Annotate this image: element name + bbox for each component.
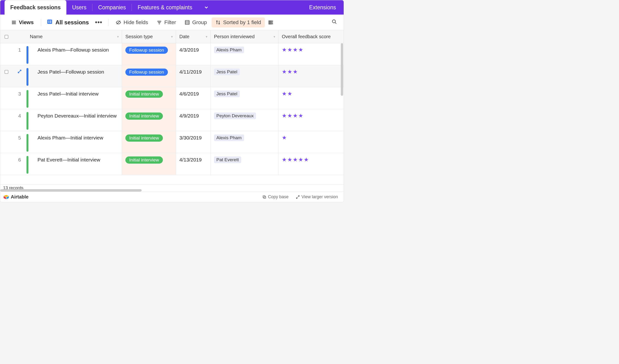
search-button[interactable] [330, 17, 339, 28]
cell-name[interactable]: Alexis Pham—Initial interview [30, 131, 122, 153]
row-number-cell: 4 [13, 109, 27, 131]
cell-person[interactable]: Pat Everett [211, 153, 279, 175]
tab-label: Companies [98, 4, 126, 11]
person-tag: Peyton Devereaux [214, 112, 256, 119]
expand-record-icon[interactable] [17, 69, 22, 75]
cell-session-type[interactable]: Followup session [122, 43, 176, 65]
row-checkbox-cell[interactable] [0, 131, 13, 153]
views-switcher-button[interactable]: Views [7, 17, 38, 28]
grid-view-icon [47, 19, 53, 26]
divider [41, 19, 41, 26]
table-tab[interactable]: Users [66, 0, 92, 14]
cell-name[interactable]: Jess Patel—Followup session [30, 65, 122, 87]
extensions-button[interactable]: Extensions [304, 0, 341, 14]
hide-fields-button[interactable]: Hide fields [112, 17, 152, 28]
filter-label: Filter [164, 19, 176, 26]
cell-name[interactable]: Peyton Devereaux—Initial interview [30, 109, 122, 131]
view-larger-button[interactable]: View larger version [293, 194, 340, 200]
table-row[interactable]: Jess Patel—Followup sessionFollowup sess… [0, 65, 344, 87]
sort-button[interactable]: Sorted by 1 field [211, 17, 265, 28]
svg-point-20 [332, 20, 336, 23]
cell-score[interactable]: ★★★ [279, 65, 338, 87]
filter-button[interactable]: Filter [153, 17, 180, 28]
cell-person[interactable]: Jess Patel [211, 87, 279, 109]
column-header-person[interactable]: Person interviewed ▼ [211, 30, 279, 43]
cell-session-type[interactable]: Initial interview [122, 153, 176, 175]
row-checkbox-cell[interactable] [0, 109, 13, 131]
table-row[interactable]: 6Pat Everett—Initial interviewInitial in… [0, 153, 344, 175]
svg-rect-7 [49, 22, 51, 22]
cell-session-type[interactable]: Initial interview [122, 109, 176, 131]
row-color-bar [27, 134, 28, 152]
row-color-bar-cell [27, 43, 30, 65]
table-tab[interactable]: Companies [92, 0, 132, 14]
airtable-logo[interactable]: Airtable [4, 194, 28, 200]
checkbox-icon [4, 35, 8, 39]
tab-label: Users [72, 4, 86, 11]
cell-date[interactable]: 4/9/2019 [176, 109, 211, 131]
cell-date[interactable]: 3/30/2019 [176, 131, 211, 153]
row-number: 6 [18, 157, 21, 163]
brand-name: Airtable [11, 194, 28, 200]
cell-person[interactable]: Jess Patel [211, 65, 279, 87]
cell-date[interactable]: 4/6/2019 [176, 87, 211, 109]
embed-footer: Airtable Copy base View larger version [0, 192, 344, 202]
table-tab[interactable]: Features & complaints [132, 0, 198, 14]
table-tab[interactable]: Feedback sessions [4, 0, 66, 14]
cell-person[interactable]: Alexis Pham [211, 131, 279, 153]
date-value: 4/3/2019 [179, 47, 199, 53]
row-height-button[interactable] [266, 18, 276, 27]
current-view-picker[interactable]: All sessions [44, 17, 91, 28]
cell-person[interactable]: Alexis Pham [211, 43, 279, 65]
vertical-scrollbar[interactable] [341, 43, 343, 96]
session-type-pill: Initial interview [125, 134, 163, 142]
row-checkbox-cell[interactable] [0, 43, 13, 65]
row-color-bar [27, 156, 28, 174]
view-larger-label: View larger version [301, 195, 338, 199]
views-label: Views [19, 19, 34, 26]
more-tables-dropdown[interactable] [198, 0, 215, 14]
view-more-menu[interactable]: ••• [92, 19, 105, 26]
column-header-date[interactable]: Date ▼ [176, 30, 211, 43]
table-row[interactable]: 3Jess Patel—Initial interviewInitial int… [0, 87, 344, 109]
column-label: Overall feedback score [282, 34, 331, 39]
table-row[interactable]: 1Alexis Pham—Followup sessionFollowup se… [0, 43, 344, 65]
column-header-name[interactable]: Name ▼ [27, 30, 122, 43]
row-color-bar-cell [27, 87, 30, 109]
row-checkbox-cell[interactable] [0, 65, 13, 87]
row-number-cell [13, 65, 27, 87]
airtable-logo-icon [4, 195, 9, 199]
row-color-bar [27, 68, 28, 86]
table-body: 1Alexis Pham—Followup sessionFollowup se… [0, 43, 344, 184]
horizontal-scrollbar[interactable] [0, 189, 142, 192]
group-button[interactable]: Group [181, 17, 211, 28]
column-header-score[interactable]: Overall feedback score [279, 30, 338, 43]
column-header-row: Name ▼ Session type ▼ Date ▼ Person inte… [0, 30, 344, 43]
cell-score[interactable]: ★★ [279, 87, 338, 109]
table-row[interactable]: 5Alexis Pham—Initial interviewInitial in… [0, 131, 344, 153]
column-header-session-type[interactable]: Session type ▼ [122, 30, 176, 43]
table-row[interactable]: 4Peyton Devereaux—Initial interviewIniti… [0, 109, 344, 131]
cell-score[interactable]: ★★★★ [279, 43, 338, 65]
cell-score[interactable]: ★★★★ [279, 109, 338, 131]
cell-session-type[interactable]: Followup session [122, 65, 176, 87]
star-rating: ★★ [282, 91, 293, 97]
cell-session-type[interactable]: Initial interview [122, 87, 176, 109]
header-select-all[interactable] [0, 30, 13, 43]
cell-name[interactable]: Alexis Pham—Followup session [30, 43, 122, 65]
svg-rect-9 [49, 22, 51, 23]
cell-name[interactable]: Jess Patel—Initial interview [30, 87, 122, 109]
cell-date[interactable]: 4/3/2019 [176, 43, 211, 65]
cell-date[interactable]: 4/13/2019 [176, 153, 211, 175]
row-checkbox-cell[interactable] [0, 87, 13, 109]
cell-date[interactable]: 4/11/2019 [176, 65, 211, 87]
copy-base-button[interactable]: Copy base [260, 194, 291, 200]
cell-name[interactable]: Pat Everett—Initial interview [30, 153, 122, 175]
row-checkbox-cell[interactable] [0, 153, 13, 175]
cell-score[interactable]: ★ [279, 131, 338, 153]
cell-person[interactable]: Peyton Devereaux [211, 109, 279, 131]
cell-session-type[interactable]: Initial interview [122, 131, 176, 153]
cell-score[interactable]: ★★★★★ [279, 153, 338, 175]
eye-off-icon [116, 20, 121, 25]
chevron-down-icon: ▼ [116, 35, 119, 39]
